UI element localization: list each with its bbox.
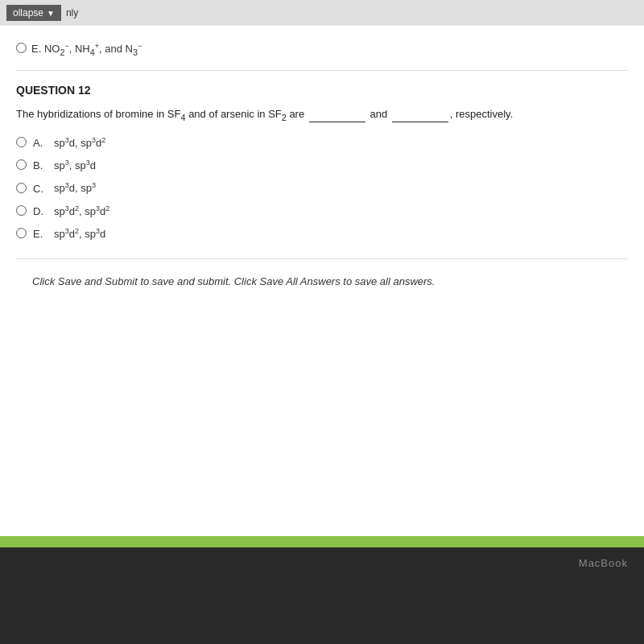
option-e-text: sp3d2, sp3d (54, 227, 105, 240)
option-b-label: B. (33, 159, 47, 171)
green-bar (0, 536, 644, 547)
screen: ollapse ▼ nly E. NO2−, NH4+, and N3− (0, 0, 644, 644)
content-area: E. NO2−, NH4+, and N3− QUESTION 12 The h… (0, 26, 644, 547)
only-label: nly (66, 7, 78, 19)
option-c-label: C. (33, 183, 47, 195)
sf4-sub: 4 (180, 113, 185, 122)
option-c-text: sp3d, sp3 (54, 181, 96, 194)
footer-instruction-text: Click Save and Submit to save and submit… (32, 275, 612, 287)
and-text: and (369, 108, 387, 120)
quiz-panel: E. NO2−, NH4+, and N3− QUESTION 12 The h… (0, 26, 644, 547)
radio-e-icon[interactable] (16, 43, 27, 53)
option-d-label: D. (33, 205, 47, 217)
top-bar: ollapse ▼ nly (0, 0, 644, 26)
option-a-text: sp3d, sp3d2 (54, 136, 105, 149)
prev-answer-e-label: E. NO2−, NH4+, and N3− (31, 42, 142, 57)
prev-question-section: E. NO2−, NH4+, and N3− (16, 39, 628, 71)
collapse-label: ollapse (13, 7, 43, 19)
question-12-label: QUESTION 12 (16, 84, 628, 97)
option-d[interactable]: D. sp3d2, sp3d2 (16, 204, 628, 218)
blank-1 (309, 106, 365, 123)
option-a[interactable]: A. sp3d, sp3d2 (16, 135, 628, 150)
laptop-bezel: MacBook (0, 547, 644, 644)
radio-b-icon[interactable] (16, 159, 27, 170)
option-c[interactable]: C. sp3d, sp3 (16, 180, 628, 195)
option-e-label: E. (33, 228, 47, 240)
option-d-text: sp3d2, sp3d2 (54, 204, 109, 217)
no2-superscript: − (64, 42, 68, 50)
question-12-text: The hybridizations of bromine in SF4 and… (16, 106, 628, 124)
radio-d-icon[interactable] (16, 205, 27, 216)
radio-c-icon[interactable] (16, 183, 27, 193)
option-e[interactable]: E. sp3d2, sp3d (16, 226, 628, 241)
footer-instruction-area: Click Save and Submit to save and submit… (16, 259, 628, 295)
radio-a-icon[interactable] (16, 137, 27, 147)
prev-answer-e: E. NO2−, NH4+, and N3− (16, 39, 628, 60)
n3-superscript: − (138, 42, 142, 50)
question-12-block: QUESTION 12 The hybridizations of bromin… (16, 71, 628, 259)
macbook-brand: MacBook (579, 557, 628, 569)
collapse-button[interactable]: ollapse ▼ (6, 5, 61, 21)
respectively-text: respectively. (456, 108, 513, 120)
nh4-superscript: + (95, 42, 99, 50)
sf2-sub: 2 (282, 113, 287, 122)
option-b-text: sp3, sp3d (54, 159, 96, 171)
option-b[interactable]: B. sp3, sp3d (16, 158, 628, 172)
blank-2 (392, 106, 448, 123)
option-a-label: A. (33, 137, 47, 149)
dropdown-arrow-icon: ▼ (47, 9, 55, 18)
radio-e-q12-icon[interactable] (16, 228, 27, 238)
